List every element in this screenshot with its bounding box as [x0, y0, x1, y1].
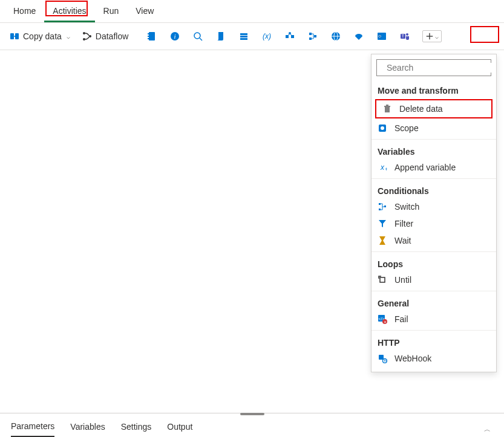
functions-button[interactable] — [280, 28, 300, 45]
notebook-button[interactable] — [142, 28, 162, 45]
svg-rect-1 — [15, 33, 19, 39]
group-loops-header: Loops — [371, 254, 496, 271]
filter-icon — [378, 219, 387, 228]
tab-variables[interactable]: Variables — [70, 422, 105, 436]
svg-text:O: O — [378, 34, 381, 38]
svg-point-53 — [384, 360, 385, 361]
top-tab-bar: Home Activities Run View — [0, 0, 504, 23]
svg-rect-14 — [240, 36, 247, 37]
svg-point-3 — [83, 38, 85, 40]
svg-line-12 — [200, 38, 202, 40]
chevron-down-icon: ⌵ — [67, 33, 70, 40]
azure-button[interactable] — [303, 28, 323, 45]
svg-rect-6 — [148, 33, 149, 34]
chevron-down-icon: ⌵ — [435, 33, 439, 40]
svg-rect-46 — [380, 277, 385, 282]
svg-text:x: x — [380, 163, 385, 172]
svg-rect-8 — [148, 38, 149, 39]
semantic-button[interactable] — [349, 28, 369, 45]
append-variable-icon: x+ — [378, 163, 387, 172]
item-until[interactable]: Until — [371, 271, 496, 288]
svg-rect-43 — [379, 203, 381, 205]
svg-rect-44 — [379, 209, 381, 210]
fail-icon: </>✕ — [378, 314, 387, 324]
dataflow-button[interactable]: Dataflow — [77, 29, 133, 44]
svg-rect-15 — [240, 38, 247, 40]
svg-rect-51 — [379, 355, 384, 360]
stored-procedure-button[interactable] — [234, 28, 254, 45]
svg-rect-38 — [386, 105, 388, 106]
scope-icon — [378, 123, 387, 133]
item-fail[interactable]: </>✕ Fail — [371, 311, 496, 328]
group-general-header: General — [371, 294, 496, 311]
svg-rect-45 — [384, 206, 386, 207]
web-button[interactable] — [326, 28, 346, 45]
tab-settings[interactable]: Settings — [121, 422, 152, 436]
copy-data-button[interactable]: Copy data ⌵ — [5, 29, 75, 44]
search-input-container[interactable] — [376, 59, 491, 76]
copy-data-icon — [10, 31, 19, 41]
copy-data-label: Copy data — [23, 31, 62, 41]
lookup-button[interactable] — [188, 28, 208, 45]
dataflow-icon — [82, 31, 92, 41]
svg-rect-7 — [148, 36, 149, 37]
svg-rect-21 — [309, 37, 312, 40]
svg-text:i: i — [174, 33, 176, 40]
script-button[interactable] — [211, 28, 231, 45]
dataflow-label: Dataflow — [96, 31, 128, 41]
tab-run[interactable]: Run — [95, 2, 128, 22]
svg-point-11 — [194, 33, 200, 39]
collapse-panel-button[interactable]: ︿ — [482, 422, 493, 436]
toolbar: Copy data ⌵ Dataflow i (x) O T — [0, 23, 504, 50]
group-move-transform-header: Move and transform — [371, 81, 496, 98]
svg-text:T: T — [402, 34, 405, 38]
tab-view[interactable]: View — [127, 2, 162, 22]
search-input[interactable] — [387, 63, 493, 73]
tab-activities[interactable]: Activities — [44, 2, 94, 22]
svg-point-40 — [381, 126, 384, 130]
office365-button[interactable]: O — [371, 28, 392, 45]
group-http-header: HTTP — [371, 333, 496, 350]
svg-text:+: + — [385, 166, 387, 172]
pipeline-canvas[interactable]: Move and transform Delete data Scope Var… — [0, 50, 504, 410]
group-conditionals-header: Conditionals — [371, 181, 496, 198]
bottom-tab-bar: Parameters Variables Settings Output ︿ — [0, 415, 504, 437]
item-filter[interactable]: Filter — [371, 215, 496, 232]
item-wait[interactable]: Wait — [371, 232, 496, 249]
teams-button[interactable]: T — [394, 28, 415, 45]
wait-icon — [378, 236, 387, 245]
webhook-icon — [378, 354, 387, 363]
svg-rect-0 — [10, 33, 14, 39]
item-webhook[interactable]: WebHook — [371, 350, 496, 367]
variable-button[interactable]: (x) — [257, 28, 277, 45]
svg-point-2 — [83, 32, 85, 34]
tab-parameters[interactable]: Parameters — [11, 421, 54, 437]
tab-output[interactable]: Output — [167, 422, 192, 436]
svg-rect-36 — [385, 107, 390, 112]
activities-dropdown: Move and transform Delete data Scope Var… — [371, 54, 497, 372]
info-button[interactable]: i — [165, 28, 185, 45]
svg-rect-37 — [384, 106, 390, 107]
svg-rect-13 — [240, 33, 247, 35]
item-append-variable[interactable]: x+ Append variable — [371, 159, 496, 176]
svg-rect-22 — [314, 35, 316, 37]
group-variables-header: Variables — [371, 142, 496, 159]
svg-rect-5 — [149, 32, 155, 40]
svg-point-31 — [406, 33, 408, 36]
bottom-panel: Parameters Variables Settings Output ︿ — [0, 413, 504, 437]
switch-icon — [378, 202, 387, 212]
item-scope[interactable]: Scope — [371, 120, 496, 137]
trash-icon — [382, 104, 392, 114]
svg-rect-20 — [309, 33, 312, 35]
item-switch[interactable]: Switch — [371, 198, 496, 215]
item-delete-data[interactable]: Delete data — [375, 99, 493, 118]
until-icon — [378, 275, 387, 285]
svg-text:✕: ✕ — [384, 320, 387, 324]
plus-icon — [425, 32, 434, 40]
tab-home[interactable]: Home — [5, 2, 44, 22]
add-activity-button[interactable]: ⌵ — [422, 30, 442, 42]
svg-text:(x): (x) — [263, 32, 271, 40]
